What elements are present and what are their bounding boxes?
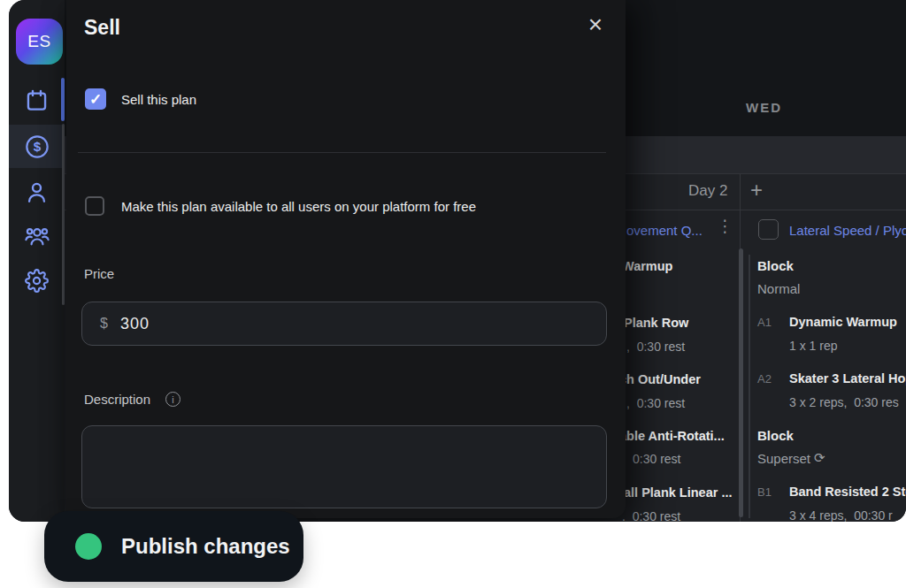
day-of-week-label: WED — [746, 100, 782, 115]
exercise-tag: A1 — [757, 316, 772, 329]
check-icon: ✓ — [89, 90, 102, 109]
divider — [78, 152, 606, 153]
sidebar-item-team[interactable] — [9, 221, 65, 251]
currency-symbol: $ — [100, 316, 108, 332]
block-subtitle: Normal — [757, 281, 800, 296]
sell-this-plan-checkbox[interactable]: ✓ — [85, 88, 106, 110]
exercise-detail: , 0:30 rest — [626, 340, 685, 354]
column-scrollbar[interactable] — [739, 248, 743, 517]
free-plan-label: Make this plan available to all users on… — [121, 199, 476, 214]
svg-text:$: $ — [33, 139, 41, 154]
exercise-tag: A2 — [757, 372, 772, 386]
info-icon: i — [165, 392, 180, 407]
publish-changes-label: Publish changes — [121, 534, 290, 559]
block-title: Block — [757, 258, 794, 273]
modal-title: Sell — [84, 16, 120, 40]
exercise-name: able Anti-Rotati... — [619, 429, 725, 443]
exercise-detail: 3 x 2 reps, 0:30 res — [789, 395, 899, 409]
description-label: Description — [84, 392, 150, 407]
sidebar-item-calendar[interactable] — [9, 85, 65, 115]
calendar-icon — [25, 88, 49, 112]
exercise-name: Dynamic Warmup — [789, 315, 897, 329]
price-value: 300 — [120, 315, 150, 333]
exercise-detail: . 0:30 rest — [622, 509, 680, 522]
exercise-name: all Plank Linear ... — [624, 485, 733, 500]
sidebar-scrollbar-thumb[interactable] — [62, 124, 65, 305]
block-subtitle: Superset — [757, 451, 810, 466]
right-plan-link[interactable]: Lateral Speed / Plyo — [789, 223, 906, 238]
sidebar-item-payments[interactable]: $ — [9, 132, 65, 162]
sell-this-plan-label: Sell this plan — [121, 92, 196, 107]
exercise-detail: 1 x 1 rep — [789, 339, 837, 353]
avatar[interactable]: ES — [16, 19, 63, 65]
exercise-detail: , 0:30 rest — [626, 396, 685, 410]
add-column-button[interactable]: + — [750, 178, 763, 202]
left-plan-link[interactable]: ovement Q... — [626, 223, 703, 238]
publish-changes-button[interactable]: Publish changes — [44, 511, 303, 582]
sell-modal: Sell × ✓ Sell this plan Make this plan a… — [66, 0, 626, 518]
close-icon[interactable]: × — [588, 12, 603, 37]
superset-cycle-icon: ⟳ — [814, 450, 825, 466]
person-icon — [25, 180, 49, 204]
exercise-name: ch Out/Under — [619, 372, 701, 386]
app-window: WED Day 2 + ovement Q... ⋮ Lateral Speed… — [9, 0, 906, 522]
sidebar: ES $ — [9, 0, 65, 522]
block-title: Block — [757, 428, 794, 443]
price-input[interactable]: $ 300 — [81, 302, 607, 346]
sidebar-item-settings[interactable] — [9, 265, 65, 295]
status-dot-icon — [75, 533, 102, 560]
active-nav-indicator — [61, 78, 65, 121]
exercise-name: Plank Row — [624, 316, 688, 330]
people-icon — [25, 224, 50, 248]
sidebar-item-clients[interactable] — [9, 177, 65, 207]
description-textarea[interactable] — [81, 425, 607, 508]
dollar-icon: $ — [25, 134, 50, 159]
day2-column-header: Day 2 — [688, 182, 727, 200]
exercise-name: Band Resisted 2 Step — [789, 485, 906, 499]
exercise-detail: 0:30 rest — [633, 452, 680, 466]
kebab-menu-icon[interactable]: ⋮ — [717, 216, 733, 236]
gear-icon — [25, 269, 49, 293]
wed-plan-checkbox[interactable] — [758, 219, 779, 240]
exercise-name: Skater 3 Lateral Hop — [789, 371, 906, 386]
exercise-tag: B1 — [757, 485, 772, 499]
exercise-detail: 3 x 4 reps, 00:30 r — [789, 508, 893, 522]
free-plan-checkbox[interactable] — [85, 196, 104, 216]
price-label: Price — [84, 266, 114, 281]
exercise-name: Warmup — [622, 259, 672, 273]
block-group-line — [749, 255, 750, 518]
